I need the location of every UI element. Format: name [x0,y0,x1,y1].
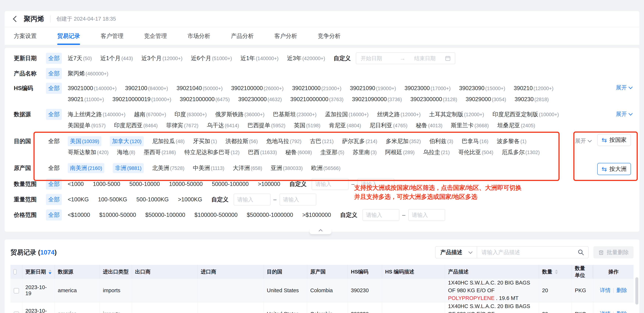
price-min-input[interactable] [362,209,399,221]
filter-option[interactable]: <100KG [68,196,90,203]
filter-option[interactable]: 巴西(11633) [248,148,277,156]
filter-option[interactable]: <1000 [68,181,84,187]
back-icon[interactable] [13,16,19,22]
table-header-cell[interactable]: 产品描述 [445,265,539,279]
filter-option[interactable]: 巴西提单 (5952) [248,122,286,129]
search-field-select[interactable]: 产品描述 [436,247,477,258]
filter-option[interactable]: 海上丝绸之路 (140000+) [68,110,126,118]
hs-code-expand-link[interactable]: 展开 [616,84,632,91]
filter-option[interactable]: 39029000 (3054) [466,96,506,103]
table-header-cell[interactable]: 数量单位 [572,265,593,279]
detail-link[interactable]: 详情 [600,287,610,293]
by-country-toggle-button[interactable]: ⇆按国家 [597,134,631,146]
filter-option[interactable]: $500000-1000000 [247,212,294,218]
filter-option[interactable]: 英国 (5198) [294,122,320,129]
select-all-checkbox[interactable] [14,269,16,275]
by-continent-toggle-button[interactable]: ⇆按大洲 [597,163,631,175]
filter-all-chip[interactable]: 全部 [46,194,62,205]
delete-link[interactable]: 删除 [616,311,627,313]
data-source-expand-link[interactable]: 展开 [616,110,632,118]
filter-option[interactable]: 肯尼亚 (4804) [329,122,361,129]
filter-option[interactable]: 哥伦比亚(504) [458,148,493,156]
filter-option[interactable]: 5000-10000 [129,181,161,187]
filter-option[interactable]: 亚洲(380033) [271,164,303,172]
custom-range-label[interactable]: 自定义 [290,180,306,188]
filter-option[interactable]: $100000-500000 [194,212,238,218]
price-max-input[interactable] [408,209,445,221]
filter-option[interactable]: 390210000000 (3763) [290,96,344,103]
tab[interactable]: 市场分析 [188,27,210,45]
filter-option[interactable]: 苏里南(3) [353,148,377,156]
filter-option[interactable]: 秘鲁 (4013) [416,122,442,129]
filter-option[interactable]: 3902100000 (26000+) [231,85,284,92]
tab[interactable]: 竞企管理 [144,27,167,45]
filter-all-chip[interactable]: 全部 [46,53,62,64]
filter-option[interactable]: 圭亚那(5) [320,148,344,156]
weight-min-input[interactable] [234,194,270,205]
filter-option[interactable]: 危地马拉(792) [266,137,302,145]
filter-option[interactable]: 哥斯达黎加(420) [68,148,108,156]
filter-all-chip[interactable]: 全部 [46,68,62,79]
collapse-filters-tab[interactable] [310,228,332,234]
filter-option[interactable]: 土耳其定制版 (12000+) [429,110,484,118]
filter-option[interactable]: 孟加拉国 (16000+) [325,110,368,118]
table-header-cell[interactable]: HS编码 [348,265,382,279]
filter-option[interactable]: 特立尼达和多巴哥(12) [184,148,240,156]
filter-option[interactable]: 3902300000 (3128) [410,96,457,103]
sort-icons[interactable] [555,270,558,274]
filter-option[interactable]: 巴拿马(16) [462,137,488,145]
filter-all-chip[interactable]: 全部 [46,136,62,147]
search-icon[interactable] [578,249,584,256]
filter-all-chip[interactable]: 全部 [46,163,62,174]
filter-option[interactable]: 古巴(121) [310,137,334,145]
filter-option[interactable]: 390230000 (4632) [238,96,282,103]
filter-option[interactable]: 39023000 (17000+) [404,85,450,92]
filter-option[interactable]: 中美洲(1113) [193,164,224,172]
filter-option[interactable]: 近3个月 (12000+) [142,54,182,62]
tab[interactable]: 客户管理 [101,27,124,45]
filter-option[interactable]: 39021000 (140000+) [68,85,117,92]
filter-option[interactable]: 近7天 (50) [68,54,92,62]
filter-option[interactable]: 大洋洲(658) [233,164,262,172]
filter-option[interactable]: 厄瓜多尔(1302) [502,148,540,156]
search-input[interactable] [481,249,578,256]
table-header-cell[interactable]: 数据源 [55,265,100,279]
filter-option[interactable]: 伯利兹(3) [429,137,453,145]
filter-option[interactable]: 390210000 (21000+) [292,85,341,92]
filter-option[interactable]: 1000-5000 [93,181,121,187]
table-header-cell[interactable]: 原产国 [307,265,348,279]
filter-option[interactable]: 北美洲(7528) [152,164,184,172]
custom-range-label[interactable]: 自定义 [340,211,357,219]
filter-option[interactable]: $10000-50000 [99,212,137,218]
filter-all-chip[interactable]: 全部 [46,179,62,190]
filter-option[interactable]: $50000-100000 [145,212,186,218]
filter-option[interactable]: 39021090000 (3736) [352,96,402,103]
date-range-picker[interactable]: → [356,52,455,64]
table-header-cell[interactable]: HS 编码描述 [382,265,445,279]
filter-option[interactable]: 印度尼西亚定制版 (10000+) [492,110,559,118]
filter-option[interactable]: >1000KG [178,196,203,203]
table-header-cell[interactable]: 进出口类型 [100,265,132,279]
filter-all-chip[interactable]: 全部 [46,109,62,120]
filter-option[interactable]: 10000-50000 [169,181,204,187]
filter-option[interactable]: 近3年 (420000+) [287,54,325,62]
tab[interactable]: 客户分析 [274,27,297,45]
filter-option[interactable]: 多米尼加(352) [386,137,421,145]
filter-option[interactable]: 坦桑尼亚 (2405) [497,122,535,129]
filter-option[interactable]: 丝绸之路 (12000+) [377,110,420,118]
filter-option[interactable]: 近1年 (140000+) [240,54,278,62]
filter-option[interactable]: 南美洲(2160) [68,163,104,173]
filter-option[interactable]: 牙买加(1) [193,137,217,145]
filter-option[interactable]: 500-1000KG [136,196,170,203]
filter-option[interactable]: 100-500KG [98,196,128,203]
filter-option[interactable]: 美国(10039) [68,136,102,146]
custom-range-label[interactable]: 自定义 [334,54,351,62]
filter-option[interactable]: 洪都拉斯(56) [226,137,258,145]
start-date-input[interactable] [360,55,391,62]
tab[interactable]: 方案设置 [14,27,36,45]
filter-option[interactable]: 乌干达 (6414) [207,122,239,129]
filter-option[interactable]: 越南 (67000+) [134,110,166,118]
table-header-cell[interactable]: 更新日期 [22,265,55,279]
tab[interactable]: 贸易记录 [57,27,80,45]
filter-option[interactable]: 美国提单 (9157) [68,122,106,129]
